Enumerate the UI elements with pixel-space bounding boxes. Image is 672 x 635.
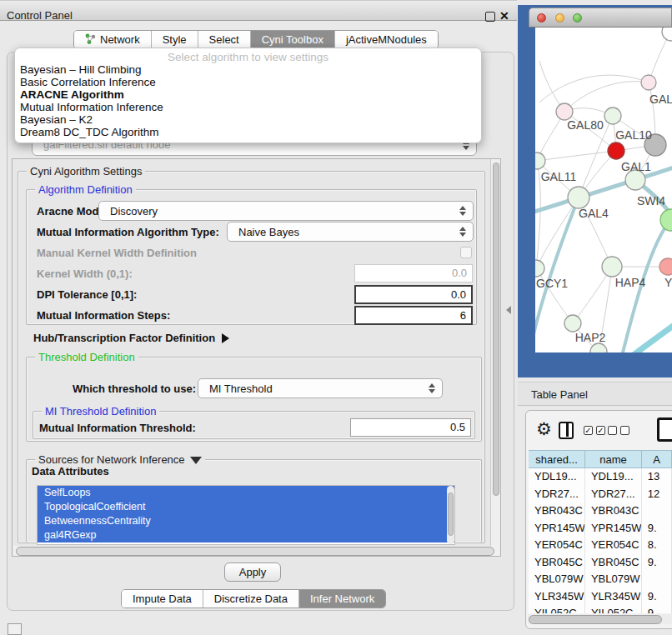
unchecked-box-icon[interactable]	[620, 426, 629, 435]
table-cell: YBR043C	[529, 502, 585, 520]
tab-select[interactable]: Select	[198, 31, 251, 48]
node-label: GAL1	[621, 160, 651, 173]
table-row[interactable]: YDR27...YDR27...12	[529, 486, 672, 503]
mi-threshold-field[interactable]: 0.5	[350, 418, 471, 437]
tab-impute-data[interactable]: Impute Data	[122, 590, 203, 608]
table-rows: YDL19...YDL19...13YDR27...YDR27...12YBR0…	[529, 468, 672, 613]
combo-spinner-icon	[425, 383, 439, 393]
table-panel-title: Table Panel	[531, 388, 672, 401]
network-window-titlebar[interactable]	[529, 8, 672, 28]
gear-icon[interactable]: ⚙	[536, 419, 552, 439]
zoom-window-icon[interactable]	[573, 13, 582, 22]
grip-icon[interactable]	[8, 623, 22, 635]
apply-button[interactable]: Apply	[224, 562, 281, 582]
aracne-mode-combo[interactable]: Discovery	[98, 201, 474, 221]
algorithm-option[interactable]: ARACNE Algorithm	[15, 88, 481, 101]
algorithm-option[interactable]: Mutual Information Inference	[15, 101, 481, 113]
table-row[interactable]: YPR145WYPR145W9.	[529, 520, 672, 538]
close-window-icon[interactable]	[537, 13, 546, 22]
table-cell: YPR145W	[529, 520, 585, 538]
unchecked-box-icon[interactable]	[608, 426, 617, 435]
mi-steps-label: Mutual Information Steps:	[37, 309, 170, 322]
table-row[interactable]: YDL19...YDL19...13	[529, 468, 672, 486]
tab-infer-network[interactable]: Infer Network	[299, 590, 385, 608]
table-cell: YBR043C	[585, 502, 642, 520]
kernel-width-field[interactable]: 0.0	[354, 264, 473, 282]
combo-spinner-icon	[456, 227, 469, 237]
divider-collapse-icon[interactable]	[506, 306, 511, 314]
tab-discretize-data[interactable]: Discretize Data	[203, 590, 299, 608]
hub-definition-toggle[interactable]: Hub/Transcription Factor Definition	[33, 332, 229, 344]
settings-hscrollbar[interactable]	[13, 546, 499, 556]
node-label: GAL4	[579, 207, 609, 220]
table-cell: YIL052C	[585, 605, 642, 613]
algorithm-option[interactable]: Bayesian – Hill Climbing	[15, 63, 481, 76]
mi-type-combo[interactable]: Naive Bayes	[227, 222, 474, 242]
algorithm-option[interactable]: Bayesian – K2	[15, 113, 481, 126]
attribute-item-selected[interactable]: gal4RGexp	[38, 528, 454, 542]
panel-title: Control Panel	[7, 9, 73, 22]
data-attributes-list[interactable]: SelfLoopsTopologicalCoefficientBetweenne…	[37, 485, 455, 545]
hub-definition-label: Hub/Transcription Factor Definition	[33, 332, 215, 344]
table-cell: 13	[642, 468, 672, 486]
dpi-tolerance-field[interactable]: 0.0	[354, 285, 473, 304]
table-hscrollbar[interactable]	[528, 614, 672, 624]
mi-threshold-group-title: MI Threshold Definition	[42, 405, 159, 418]
minimize-window-icon[interactable]	[555, 13, 564, 22]
tab-style[interactable]: Style	[152, 31, 198, 48]
cyni-settings-title: Cyni Algorithm Settings	[27, 165, 145, 178]
table-cell: 12	[642, 486, 672, 503]
node-table[interactable]: shared...nameA YDL19...YDL19...13YDR27..…	[529, 450, 672, 613]
function-doc-icon[interactable]	[657, 418, 672, 442]
table-cell: 9.	[642, 588, 672, 606]
node-label: GAL10	[615, 128, 652, 142]
attr-list-scrollbar[interactable]	[447, 486, 454, 544]
table-cell: YLR345W	[529, 588, 585, 606]
node-label: SWI4	[637, 194, 665, 208]
which-threshold-combo[interactable]: MI Threshold	[198, 378, 443, 398]
manual-kernel-checkbox[interactable]	[460, 247, 472, 258]
network-icon	[85, 33, 96, 47]
float-panel-icon[interactable]	[485, 12, 495, 22]
table-cell: YDR27...	[529, 486, 585, 503]
close-panel-icon[interactable]: ✕	[499, 10, 509, 22]
table-row[interactable]: YBL079WYBL079W	[529, 571, 672, 588]
tab-label: Cyni Toolbox	[262, 33, 323, 46]
network-view-canvas[interactable]: GALGAL80GAL10GAL1GAL11SWI4GAL4GCY1HAP4YH…	[535, 28, 672, 352]
table-row[interactable]: YLR345WYLR345W9.	[529, 588, 672, 606]
table-cell: YPR145W	[585, 520, 642, 538]
table-cell: YDL19...	[529, 468, 585, 486]
table-cell: YDL19...	[585, 468, 642, 486]
checked-box-icon[interactable]: ✓	[596, 426, 605, 435]
algorithm-option[interactable]: Basic Correlation Inference	[15, 76, 481, 88]
node-label: GAL	[649, 92, 672, 106]
table-row[interactable]: YBR043CYBR043C	[529, 502, 672, 520]
combo-spinner-icon	[456, 206, 469, 216]
network-node-labels: GALGAL80GAL10GAL1GAL11SWI4GAL4GCY1HAP4YH…	[535, 28, 672, 352]
mi-steps-field[interactable]: 6	[354, 306, 473, 325]
sources-toggle[interactable]: Sources for Network Inference	[35, 453, 205, 466]
table-cell: YIL052C	[529, 605, 585, 613]
table-cell: 9.	[642, 520, 672, 538]
attribute-item-selected[interactable]: TopologicalCoefficient	[38, 500, 454, 514]
column-header[interactable]: name	[585, 450, 642, 468]
algorithm-definition-title: Algorithm Definition	[35, 183, 136, 196]
column-header[interactable]: shared...	[529, 450, 585, 468]
node-label: HAP4	[615, 276, 646, 289]
tab-network[interactable]: Network	[74, 31, 152, 48]
attribute-item-selected[interactable]: SelfLoops	[38, 486, 454, 500]
manual-kernel-label: Manual Kernel Width Definition	[37, 247, 197, 259]
table-cell: YBR045C	[529, 554, 585, 572]
algorithm-option[interactable]: Dream8 DC_TDC Algorithm	[15, 126, 481, 138]
table-row[interactable]: YBR045CYBR045C9.	[529, 554, 672, 572]
column-header[interactable]: A	[642, 450, 672, 468]
collapse-right-icon	[222, 333, 229, 343]
tab-cyni-toolbox[interactable]: Cyni Toolbox	[251, 31, 335, 48]
table-row[interactable]: YIL052CYIL052C9.	[529, 605, 672, 613]
tab-jactivemnodules[interactable]: jActiveMNodules	[335, 31, 438, 48]
columns-icon[interactable]	[559, 422, 574, 439]
attribute-item-selected[interactable]: BetweennessCentrality	[38, 514, 454, 528]
checked-box-icon[interactable]: ✓	[584, 426, 593, 435]
table-row[interactable]: YER054CYER054C8.	[529, 537, 672, 554]
settings-vscrollbar[interactable]	[490, 159, 500, 556]
